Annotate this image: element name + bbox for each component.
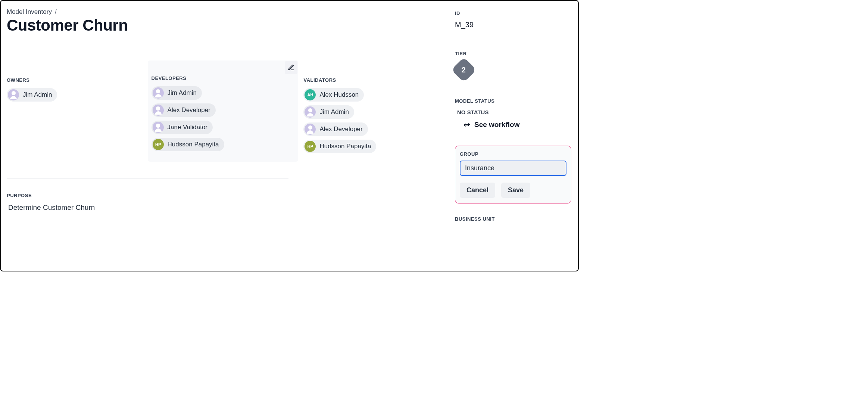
group-label: GROUP <box>460 151 566 157</box>
page-frame: Model Inventory / Customer Churn OWNERS … <box>0 0 579 271</box>
see-workflow-label: See workflow <box>474 121 519 129</box>
developers-label: DEVELOPERS <box>152 75 295 81</box>
tier-label: TIER <box>455 51 571 56</box>
tier-badge: 2 <box>451 57 477 83</box>
developer-chip[interactable]: Jim Admin <box>152 86 202 100</box>
avatar: HP <box>305 141 316 152</box>
avatar: AH <box>305 89 316 100</box>
developer-chip[interactable]: Alex Developer <box>152 103 216 117</box>
developers-list: Jim Admin Alex Developer Jane Validator … <box>152 86 295 151</box>
purpose-value: Determine Customer Churn <box>8 204 444 212</box>
purpose-label: PURPOSE <box>7 193 444 198</box>
validator-chip[interactable]: AH Alex Hudsson <box>303 88 364 102</box>
validator-chip[interactable]: Alex Developer <box>303 122 368 136</box>
developer-name: Jim Admin <box>168 89 197 97</box>
swap-icon <box>463 121 471 128</box>
main-layout: Model Inventory / Customer Churn OWNERS … <box>1 1 578 271</box>
status-block: MODEL STATUS NO STATUS See workflow <box>455 98 571 130</box>
validator-name: Alex Hudsson <box>319 91 359 99</box>
developer-chip[interactable]: HP Hudsson Papayita <box>152 138 224 151</box>
left-column: Model Inventory / Customer Churn OWNERS … <box>1 1 451 271</box>
group-input[interactable] <box>460 161 566 176</box>
avatar-initials: HP <box>307 144 313 149</box>
developer-chip[interactable]: Jane Validator <box>152 121 213 134</box>
validator-name: Jim Admin <box>319 108 349 116</box>
avatar <box>153 87 164 99</box>
status-value: NO STATUS <box>457 109 571 115</box>
right-column: ID M_39 TIER 2 MODEL STATUS NO STATUS Se… <box>451 1 578 271</box>
developer-name: Alex Developer <box>168 106 210 114</box>
tier-block: TIER 2 <box>455 51 571 79</box>
divider <box>7 178 288 178</box>
owner-name: Jim Admin <box>23 91 52 99</box>
id-value: M_39 <box>455 21 571 29</box>
breadcrumb-sep: / <box>55 8 57 16</box>
developer-name: Hudsson Papayita <box>168 141 219 148</box>
avatar: HP <box>153 139 164 150</box>
developer-name: Jane Validator <box>168 124 207 131</box>
tier-value: 2 <box>462 66 466 74</box>
page-title: Customer Churn <box>7 16 444 34</box>
developers-column: DEVELOPERS Jim Admin Alex Developer J <box>148 60 299 162</box>
group-edit-panel: GROUP Cancel Save <box>455 146 571 204</box>
breadcrumb-parent[interactable]: Model Inventory <box>7 8 52 16</box>
validator-name: Alex Developer <box>319 125 362 133</box>
validator-chip[interactable]: Jim Admin <box>303 105 354 119</box>
avatar-initials: AH <box>307 93 313 97</box>
id-label: ID <box>455 10 571 16</box>
avatar <box>153 105 164 116</box>
avatar-initials: HP <box>155 142 161 147</box>
validator-chip[interactable]: HP Hudsson Papayita <box>303 140 376 153</box>
avatar <box>8 89 19 100</box>
validators-column: VALIDATORS AH Alex Hudsson Jim Admin A <box>298 77 444 162</box>
owners-list: Jim Admin <box>7 88 143 102</box>
pencil-icon <box>288 64 294 71</box>
validators-label: VALIDATORS <box>303 77 440 83</box>
owner-chip[interactable]: Jim Admin <box>7 88 57 102</box>
validators-list: AH Alex Hudsson Jim Admin Alex Developer <box>303 88 440 153</box>
owners-label: OWNERS <box>7 77 143 83</box>
edit-developers-button[interactable] <box>285 61 297 74</box>
cancel-button[interactable]: Cancel <box>460 183 495 198</box>
avatar <box>305 106 316 118</box>
avatar <box>153 122 164 133</box>
business-unit-label: BUSINESS UNIT <box>455 216 571 222</box>
avatar <box>305 124 316 135</box>
business-unit-block: BUSINESS UNIT <box>455 216 571 222</box>
breadcrumb: Model Inventory / <box>7 8 444 16</box>
status-label: MODEL STATUS <box>455 98 571 104</box>
owners-column: OWNERS Jim Admin <box>7 77 148 162</box>
save-button[interactable]: Save <box>501 183 530 198</box>
validator-name: Hudsson Papayita <box>319 143 371 150</box>
see-workflow-link[interactable]: See workflow <box>463 121 519 129</box>
group-actions: Cancel Save <box>460 183 566 198</box>
roles-row: OWNERS Jim Admin DEVELOPERS <box>7 77 444 162</box>
